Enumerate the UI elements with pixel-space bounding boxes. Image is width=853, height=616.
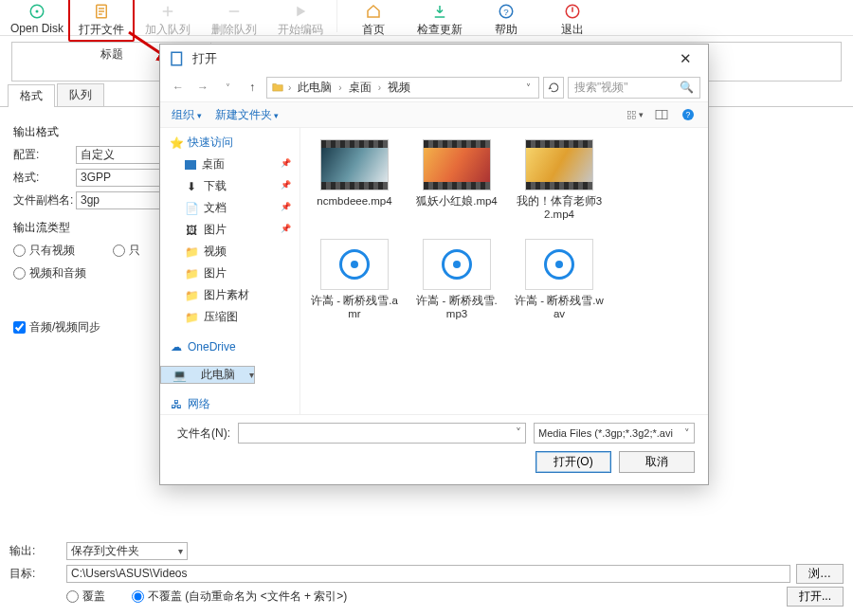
file-item[interactable]: 许嵩 - 断桥残雪.amr: [310, 239, 399, 321]
overwrite-radio[interactable]: 覆盖: [66, 589, 105, 605]
disc-icon: [27, 3, 46, 20]
help-label: 帮助: [495, 22, 517, 38]
cloud-icon: ☁: [170, 340, 183, 353]
sidebar-item-pic-material[interactable]: 📁图片素材: [160, 284, 299, 306]
file-icon: [92, 3, 111, 20]
no-overwrite-radio[interactable]: 不覆盖 (自动重命名为 <文件名 + 索引>): [132, 589, 347, 605]
svg-rect-8: [632, 111, 635, 114]
browse-button[interactable]: 浏…: [796, 564, 844, 584]
pin-icon: 📌: [281, 180, 291, 190]
dialog-icon: [168, 50, 187, 67]
power-icon: [563, 3, 582, 20]
tab-format[interactable]: 格式: [8, 84, 55, 107]
profile-select[interactable]: 自定义: [76, 146, 171, 164]
filename-combo[interactable]: [238, 423, 526, 444]
svg-rect-7: [627, 111, 630, 114]
file-item[interactable]: ncmbdeee.mp4: [310, 139, 399, 222]
sidebar-item-videos[interactable]: 📁视频: [160, 241, 299, 263]
nav-recent-button[interactable]: ˅: [217, 77, 238, 98]
ext-select[interactable]: 3gp: [76, 191, 171, 209]
open-file-button[interactable]: 打开文件: [68, 0, 135, 42]
file-item[interactable]: 狐妖小红娘.mp4: [412, 139, 501, 222]
add-queue-label: 加入队列: [145, 22, 191, 38]
refresh-button[interactable]: [543, 77, 564, 99]
open-disk-button[interactable]: Open Disk: [4, 0, 70, 35]
view-mode-button[interactable]: ▾: [626, 107, 644, 122]
sidebar-item-documents[interactable]: 📄文档📌: [160, 197, 299, 219]
open-file-dialog: 打开 ✕ ← → ˅ ↑ › 此电脑 › 桌面 › 视频 ˅ 搜索"视频" 🔍 …: [159, 44, 709, 485]
check-update-button[interactable]: 检查更新: [407, 0, 473, 38]
desktop-icon: [185, 160, 196, 170]
svg-text:?: ?: [503, 7, 509, 17]
nav-up-button[interactable]: ↑: [242, 77, 263, 98]
file-pane[interactable]: ncmbdeee.mp4狐妖小红娘.mp4我的！体育老师32.mp4许嵩 - 断…: [300, 128, 708, 414]
file-name: 许嵩 - 断桥残雪.wav: [515, 294, 604, 321]
format-label: 格式:: [13, 170, 76, 186]
sidebar-onedrive[interactable]: ☁OneDrive: [160, 337, 299, 356]
audio-file-icon: [320, 239, 389, 290]
pin-icon: 📌: [281, 158, 291, 168]
dialog-open-button[interactable]: 打开(O): [535, 451, 611, 473]
add-queue-button: 加入队列: [135, 0, 201, 38]
sidebar-item-pictures[interactable]: 🖼图片📌: [160, 219, 299, 241]
only-radio-partial[interactable]: 只: [113, 243, 140, 259]
audio-file-icon: [525, 239, 593, 290]
document-icon: 📄: [185, 202, 198, 215]
home-label: 首页: [362, 22, 385, 38]
close-button[interactable]: ✕: [670, 48, 700, 69]
sidebar-item-compressed[interactable]: 📁压缩图: [160, 306, 299, 328]
output-label: 输出:: [9, 543, 66, 559]
search-input[interactable]: 搜索"视频" 🔍: [568, 77, 700, 99]
target-path-input[interactable]: C:\Users\ASUS\Videos: [66, 565, 790, 583]
folder-icon: 📁: [185, 311, 198, 324]
pc-icon: 💻: [172, 369, 186, 382]
file-item[interactable]: 许嵩 - 断桥残雪.mp3: [412, 239, 501, 321]
crumb-desktop[interactable]: 桌面: [346, 80, 374, 96]
home-button[interactable]: 首页: [340, 0, 407, 38]
sidebar-item-desktop[interactable]: 桌面📌: [160, 154, 299, 175]
picture-icon: 🖼: [185, 224, 198, 237]
exit-button[interactable]: 退出: [539, 0, 606, 38]
search-icon: 🔍: [680, 81, 694, 94]
folder-icon: [271, 81, 284, 94]
sidebar-item-downloads[interactable]: ⬇下载📌: [160, 175, 299, 197]
dialog-cancel-button[interactable]: 取消: [619, 451, 695, 473]
breadcrumb[interactable]: › 此电脑 › 桌面 › 视频 ˅: [266, 77, 539, 99]
new-folder-button[interactable]: 新建文件夹: [215, 107, 280, 123]
video-only-radio[interactable]: 只有视频: [13, 243, 75, 259]
filetype-combo[interactable]: Media Files (*.3gp;*.3g2;*.avi: [534, 423, 695, 444]
tab-queue[interactable]: 队列: [57, 83, 104, 106]
play-icon: [291, 3, 310, 20]
dialog-titlebar[interactable]: 打开 ✕: [160, 45, 708, 73]
open-output-button[interactable]: 打开...: [787, 587, 844, 607]
dialog-nav: ← → ˅ ↑ › 此电脑 › 桌面 › 视频 ˅ 搜索"视频" 🔍: [160, 73, 708, 101]
folder-icon: 📁: [185, 245, 198, 259]
av-both-radio[interactable]: 视频和音频: [13, 265, 86, 281]
svg-rect-9: [627, 116, 630, 118]
start-encode-button: 开始编码: [267, 0, 334, 38]
network-icon: 🖧: [170, 398, 183, 411]
help-icon-button[interactable]: ?: [680, 107, 697, 122]
audio-file-icon: [423, 239, 491, 290]
sidebar-network[interactable]: 🖧网络: [160, 393, 299, 414]
format-select[interactable]: 3GPP: [76, 169, 171, 187]
crumb-dropdown[interactable]: ˅: [522, 82, 535, 93]
bottom-bar: 输出: 保存到文件夹 目标: C:\Users\ASUS\Videos 浏… 覆…: [0, 534, 853, 616]
sidebar-quick-access[interactable]: ⭐ 快速访问: [160, 132, 299, 154]
sidebar-item-pictures2[interactable]: 📁图片: [160, 263, 299, 284]
output-mode-select[interactable]: 保存到文件夹: [66, 542, 188, 560]
preview-pane-button[interactable]: [653, 107, 670, 122]
nav-back-button[interactable]: ←: [168, 77, 189, 98]
plus-icon: [158, 3, 177, 20]
sidebar-this-pc[interactable]: 💻此电脑: [160, 366, 255, 384]
file-item[interactable]: 许嵩 - 断桥残雪.wav: [515, 239, 604, 321]
filename-label: 文件名(N):: [173, 426, 230, 442]
organize-menu[interactable]: 组织: [172, 107, 202, 123]
svg-rect-11: [656, 110, 667, 118]
crumb-videos[interactable]: 视频: [385, 80, 413, 96]
help-button[interactable]: ? 帮助: [473, 0, 539, 38]
download-icon: ⬇: [185, 180, 198, 193]
file-item[interactable]: 我的！体育老师32.mp4: [515, 139, 604, 222]
app-toolbar: Open Disk 打开文件 加入队列 删除队列 开始编码 首页 检查更新 ? …: [0, 0, 853, 36]
crumb-this-pc[interactable]: 此电脑: [295, 80, 335, 96]
